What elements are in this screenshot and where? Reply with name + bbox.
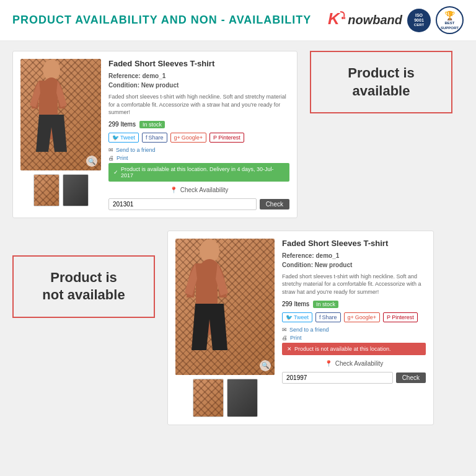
status-text-available: Product isavailable — [348, 65, 415, 99]
check-button-2[interactable]: Check — [396, 372, 426, 383]
gplus-button[interactable]: g+ Google+ — [170, 133, 207, 143]
check-circle-icon: ✓ — [113, 169, 118, 175]
pinterest-button[interactable]: P Pinterest — [209, 133, 244, 143]
zoom-icon-2[interactable]: 🔍 — [260, 360, 271, 371]
zip-input[interactable] — [108, 198, 257, 210]
reference-value-2: demo_1 — [315, 252, 339, 259]
thumbnail-lg-1[interactable] — [193, 379, 224, 417]
svg-point-3 — [43, 60, 60, 81]
product-title: Faded Short Sleeves T-shirt — [108, 59, 289, 68]
page-title: PRODUCT AVAILABILITY AND NON - AVAILABIL… — [12, 14, 311, 27]
gplus-icon: g+ — [174, 134, 180, 141]
logos-area: K nowband ISO 9001 CERT 🏆 BEST SUPPORT — [328, 6, 464, 34]
pinterest-icon-2: P — [387, 314, 390, 320]
main-image: 🔍 — [20, 59, 101, 170]
twitter-icon-2: 🐦 — [286, 314, 293, 320]
thumb-pattern-lg-2 — [227, 379, 257, 416]
header: PRODUCT AVAILABILITY AND NON - AVAILABIL… — [0, 0, 476, 42]
product-info: Faded Short Sleeves T-shirt Reference: d… — [108, 59, 289, 210]
thumbnail-2[interactable] — [63, 174, 89, 206]
availability-text: Product is available at this location. D… — [121, 166, 284, 178]
facebook-icon-2: f — [319, 314, 321, 320]
product-description-2: Faded short sleeves t-shirt with high ne… — [282, 273, 426, 296]
tweet-button-2[interactable]: 🐦 Tweet — [282, 312, 312, 322]
social-share-row: 🐦 Tweet f Share g+ Google+ P — [108, 133, 289, 143]
condition-value-2: New product — [315, 262, 353, 268]
stock-count: 299 Items — [108, 121, 136, 128]
tweet-button[interactable]: 🐦 Tweet — [108, 133, 139, 143]
knowband-logo: K nowband — [328, 9, 402, 32]
logo-text: nowband — [348, 13, 402, 27]
send-friend-label[interactable]: Send to a friend — [116, 147, 156, 153]
main-content: 🔍 Faded Short Sleeves T-shirt — [0, 42, 476, 434]
availability-banner-available: ✓ Product is available at this location.… — [108, 163, 289, 182]
zip-input-2[interactable] — [282, 372, 393, 384]
product-meta-2: Reference: demo_1 Condition: New product — [282, 251, 426, 270]
support-badge: 🏆 BEST SUPPORT — [436, 6, 464, 34]
condition-label: Condition: — [108, 82, 139, 89]
x-icon: ✕ — [287, 346, 292, 352]
twitter-icon: 🐦 — [112, 134, 119, 141]
send-friend-row-2: ✉ Send to a friend — [282, 327, 426, 333]
svg-point-2 — [344, 17, 345, 19]
thumbnail-row — [33, 174, 89, 206]
reference-label: Reference: — [108, 73, 141, 79]
section-available: 🔍 Faded Short Sleeves T-shirt — [12, 51, 464, 218]
product-images-2: 🔍 — [175, 239, 275, 417]
model-silhouette — [27, 59, 76, 158]
thumbnail-row-2 — [193, 379, 258, 417]
check-button[interactable]: Check — [260, 199, 289, 209]
share-button[interactable]: f Share — [142, 133, 167, 143]
product-inner: 🔍 Faded Short Sleeves T-shirt — [20, 59, 289, 210]
product-inner-lg: 🔍 Faded Short Sleeves T-shirt — [175, 239, 426, 417]
location-icon: 📍 — [170, 187, 177, 193]
gplus-icon-2: g+ — [348, 314, 354, 320]
svg-point-1 — [342, 17, 344, 19]
pinterest-button-2[interactable]: P Pinterest — [383, 312, 418, 322]
logo-k: K — [328, 9, 345, 32]
social-share-row-2: 🐦 Tweet f Share g+ Google+ P — [282, 312, 426, 322]
thumbnail-1[interactable] — [33, 174, 60, 206]
print-label-2[interactable]: Print — [290, 335, 302, 341]
availability-banner-not-available: ✕ Product is not available at this locat… — [282, 343, 426, 355]
section2-left: Product isnot available — [12, 255, 155, 318]
reference-value: demo_1 — [142, 73, 165, 79]
in-stock-badge-2: In stock — [313, 301, 338, 308]
status-text-not-available: Product isnot available — [42, 270, 125, 303]
zoom-icon[interactable]: 🔍 — [86, 156, 97, 167]
thumbnail-lg-2[interactable] — [227, 379, 258, 417]
location-icon-2: 📍 — [325, 360, 332, 367]
main-image-2: 🔍 — [175, 239, 275, 375]
share-button-2[interactable]: f Share — [315, 312, 341, 322]
print-row-2: 🖨 Print — [282, 335, 426, 341]
check-input-row-2: Check — [282, 372, 426, 384]
product-images: 🔍 — [20, 59, 101, 210]
stock-row-2: 299 Items In stock — [282, 301, 426, 308]
print-label[interactable]: Print — [117, 155, 128, 161]
send-friend-row: ✉ Send to a friend — [108, 147, 289, 153]
product-meta: Reference: demo_1 Condition: New product — [108, 71, 289, 90]
availability-text-2: Product is not available at this locatio… — [294, 346, 391, 352]
envelope-icon-2: ✉ — [282, 327, 287, 333]
product-card-not-available: 🔍 Faded Short Sleeves T-shirt — [167, 231, 434, 425]
product-info-2: Faded Short Sleeves T-shirt Reference: d… — [282, 239, 426, 417]
thumb-pattern-2 — [63, 175, 88, 206]
pinterest-icon: P — [213, 134, 217, 141]
trophy-icon: 🏆 — [444, 10, 455, 21]
thumb-pattern-1 — [34, 175, 59, 206]
send-friend-label-2[interactable]: Send to a friend — [289, 327, 329, 333]
envelope-icon: ✉ — [108, 147, 113, 153]
check-availability-label-2: Check Availability — [335, 360, 384, 367]
check-availability-label: Check Availability — [180, 187, 229, 193]
gplus-button-2[interactable]: g+ Google+ — [344, 312, 381, 322]
in-stock-badge: In stock — [139, 121, 165, 128]
print-icon: 🖨 — [108, 155, 114, 161]
stock-row: 299 Items In stock — [108, 121, 289, 128]
print-row: 🖨 Print — [108, 155, 289, 161]
model-silhouette-2 — [182, 239, 237, 359]
condition-value: New product — [141, 82, 179, 89]
condition-label-2: Condition: — [282, 262, 313, 268]
status-label-not-available: Product isnot available — [12, 255, 155, 318]
product-card-available: 🔍 Faded Short Sleeves T-shirt — [12, 51, 298, 218]
reference-label-2: Reference: — [282, 252, 314, 259]
